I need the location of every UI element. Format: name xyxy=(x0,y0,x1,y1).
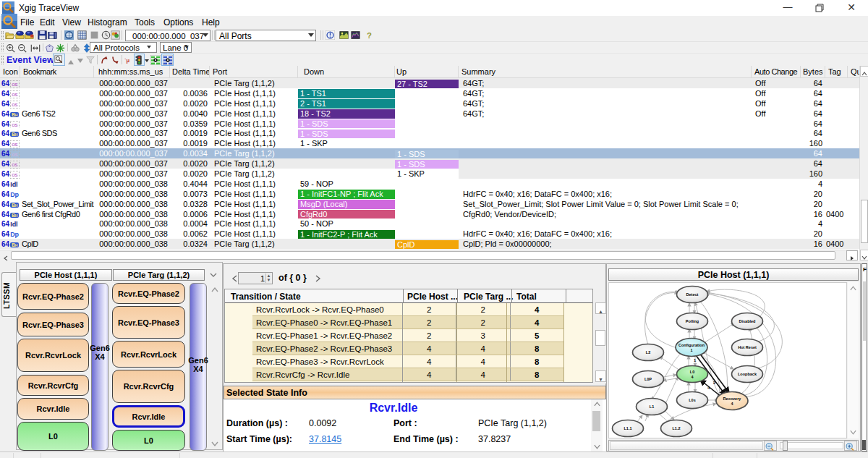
svg-text:Loopback: Loopback xyxy=(738,372,757,376)
svg-text:L1: L1 xyxy=(650,404,654,409)
svg-text:L0s: L0s xyxy=(689,398,695,402)
svg-text:L0P: L0P xyxy=(644,377,652,381)
svg-text:L1.2: L1.2 xyxy=(672,426,680,431)
svg-text:1: 1 xyxy=(694,358,697,362)
svg-text:L0: L0 xyxy=(690,370,694,374)
svg-text:´μ: ´μ xyxy=(124,57,129,64)
svg-text:Configuration: Configuration xyxy=(678,343,705,347)
svg-text:Disabled: Disabled xyxy=(739,319,756,323)
svg-text:L2: L2 xyxy=(646,350,650,355)
svg-text:1: 1 xyxy=(690,348,692,352)
svg-text:L1.1: L1.1 xyxy=(624,426,631,431)
svg-text:Recovery: Recovery xyxy=(723,396,742,401)
svg-text:?: ? xyxy=(367,31,372,40)
svg-text:Detect: Detect xyxy=(686,292,699,297)
svg-text:Polling: Polling xyxy=(686,319,699,323)
svg-text:Hot Reset: Hot Reset xyxy=(738,345,757,349)
